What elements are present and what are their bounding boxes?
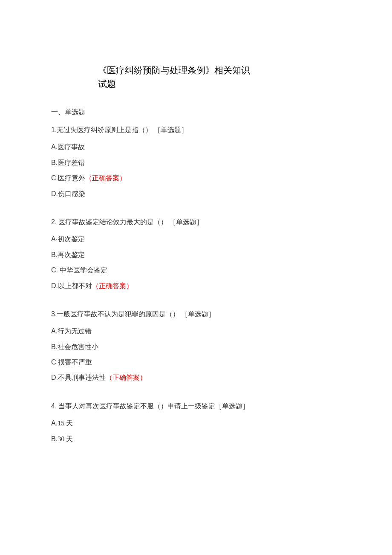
option-text: 再次鉴定 xyxy=(58,251,85,258)
question-4: 4. 当事人对再次医疗事故鉴定不服（）申请上一级鉴定［单选题］ xyxy=(51,402,341,411)
question-3-option-d: D.不具刑事违法性（正确答案） xyxy=(51,373,341,382)
title-line-1: 《医疗纠纷预防与处理条例》相关知识 xyxy=(98,64,341,78)
option-text: 损害不严重 xyxy=(58,358,92,366)
question-3-option-c: C 损害不严重 xyxy=(51,358,341,367)
option-letter: C. xyxy=(51,174,58,182)
option-text: 15 天 xyxy=(58,419,73,427)
option-letter: B. xyxy=(51,251,58,258)
question-2-option-a: A·初次鉴定 xyxy=(51,234,341,244)
question-text: 当事人对再次医疗事故鉴定不服（）申请上一级鉴定［单选题］ xyxy=(57,402,249,410)
option-letter: A. xyxy=(51,419,58,427)
question-1-option-a: A.医疗事故 xyxy=(51,142,341,152)
question-4-option-b: B.30 天 xyxy=(51,434,341,444)
question-text: 无过失医疗纠纷原则上是指（） ［单选题］ xyxy=(57,126,188,133)
option-letter: C. xyxy=(51,266,58,274)
question-3-option-a: A.行为无过错 xyxy=(51,327,341,336)
option-letter: D. xyxy=(51,282,58,289)
option-text: 初次鉴定 xyxy=(58,235,85,243)
option-text: 不具刑事违法性 xyxy=(58,374,106,381)
option-text: 中华医学会鉴定 xyxy=(58,266,107,274)
option-text: 社会危害性小 xyxy=(58,343,98,350)
document-title: 《医疗纠纷预防与处理条例》相关知识 试题 xyxy=(51,64,341,91)
question-number: 3. xyxy=(51,310,57,318)
exam-document: 《医疗纠纷预防与处理条例》相关知识 试题 一、单选题 1.无过失医疗纠纷原则上是… xyxy=(0,0,392,535)
question-2-option-d: D.以上都不对（正确答案） xyxy=(51,281,341,291)
option-text: 30 天 xyxy=(58,435,73,442)
question-2-option-b: B.再次鉴定 xyxy=(51,250,341,260)
spacer xyxy=(51,297,341,309)
option-letter: A. xyxy=(51,143,58,150)
option-letter: A· xyxy=(51,235,58,243)
option-text: 伤口感染 xyxy=(58,190,85,197)
option-text: 医疗差错 xyxy=(58,159,85,166)
question-1: 1.无过失医疗纠纷原则上是指（） ［单选题］ xyxy=(51,125,341,135)
option-text: 以上都不对 xyxy=(58,282,92,289)
question-3-option-b: B.社会危害性小 xyxy=(51,342,341,352)
option-text: 医疗意外 xyxy=(58,174,85,182)
option-letter: A. xyxy=(51,327,58,335)
option-text: 医疗事故 xyxy=(58,143,85,150)
correct-answer-mark: （正确答案） xyxy=(85,174,126,182)
question-2-option-c: C. 中华医学会鉴定 xyxy=(51,266,341,275)
option-letter: C xyxy=(51,358,58,366)
question-number: 2. xyxy=(51,218,57,225)
question-3: 3.一般医疗事故不认为是犯罪的原因是（） ［单选题］ xyxy=(51,309,341,319)
question-1-option-b: B.医疗差错 xyxy=(51,158,341,168)
spacer xyxy=(51,389,341,402)
spacer xyxy=(51,205,341,217)
question-2: 2. 医疗事故鉴定结论效力最大的是（） ［单选题］ xyxy=(51,217,341,227)
option-letter: D. xyxy=(51,374,58,381)
option-letter: B. xyxy=(51,435,58,442)
option-letter: D. xyxy=(51,190,58,197)
option-letter: B. xyxy=(51,343,58,350)
question-text: 医疗事故鉴定结论效力最大的是（） ［单选题］ xyxy=(57,218,203,225)
section-heading: 一、单选题 xyxy=(51,108,341,117)
question-number: 1. xyxy=(51,126,57,133)
question-1-option-c: C.医疗意外（正确答案） xyxy=(51,173,341,183)
option-text: 行为无过错 xyxy=(58,327,92,335)
question-text: 一般医疗事故不认为是犯罪的原因是（） ［单选题］ xyxy=(57,310,215,318)
question-number: 4. xyxy=(51,402,57,410)
correct-answer-mark: （正确答案） xyxy=(106,374,147,381)
correct-answer-mark: （正确答案） xyxy=(92,282,133,289)
option-letter: B. xyxy=(51,159,58,166)
question-1-option-d: D.伤口感染 xyxy=(51,189,341,199)
title-line-2: 试题 xyxy=(98,78,341,91)
question-4-option-a: A.15 天 xyxy=(51,419,341,428)
